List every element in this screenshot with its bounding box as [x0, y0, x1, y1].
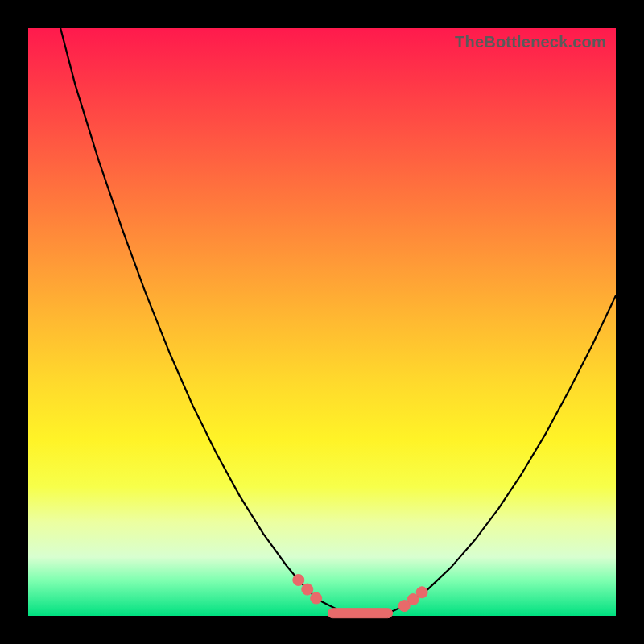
plot-area: TheBottleneck.com: [28, 28, 616, 616]
bottleneck-curve: [60, 28, 616, 615]
chart-svg: [28, 28, 616, 616]
trough-markers: [293, 575, 427, 618]
chart-frame: TheBottleneck.com: [0, 0, 644, 644]
